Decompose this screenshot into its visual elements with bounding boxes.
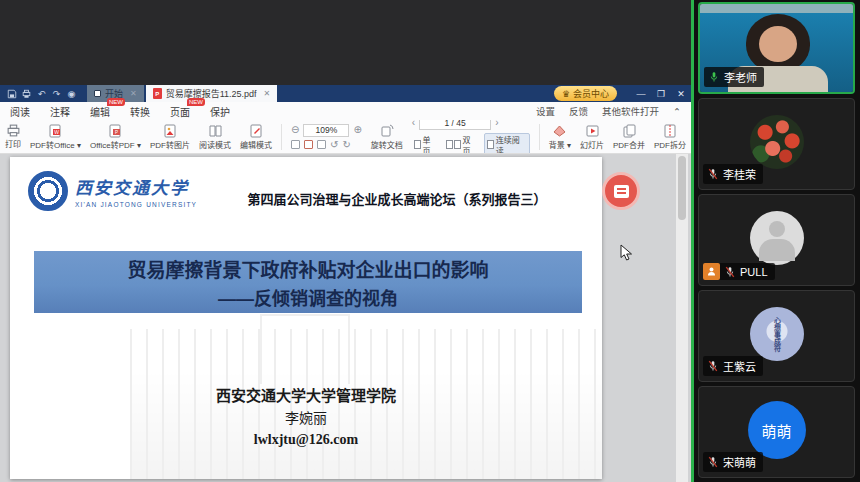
convert-float-button[interactable] (602, 172, 640, 210)
print-icon[interactable] (19, 86, 34, 101)
document-scrollbar[interactable] (676, 154, 688, 482)
participant-tile[interactable]: 萌萌 宋萌萌 (698, 386, 855, 478)
home-tab-icon (94, 90, 101, 97)
slideshow-button[interactable]: 幻灯片 (580, 124, 604, 150)
shared-screen: ↶ ↷ ◉ 开始 ✕ P 贸易摩擦报告11.25.pdf ✕ ♛ 会员中心 (0, 0, 694, 482)
edit-mode-button[interactable]: 编辑模式 (240, 124, 272, 150)
forum-title: 第四届公司治理与企业成长高端论坛（系列报告三） (200, 189, 594, 208)
tab-document[interactable]: P 贸易摩擦报告11.25.pdf ✕ (146, 85, 278, 102)
single-page-button[interactable]: 单页 (412, 134, 440, 155)
close-button[interactable]: ✕ (671, 89, 691, 99)
participant-label: 李桂荣 (703, 164, 763, 184)
mic-muted-icon (724, 266, 736, 278)
new-badge: NEW (187, 98, 205, 106)
pdf-to-office-button[interactable]: W PDF转Office ▾ (30, 124, 81, 150)
print-button[interactable]: 打印 (5, 124, 21, 149)
pdf-file-icon: P (153, 88, 162, 99)
slide-title-line1: 贸易摩擦背景下政府补贴对企业出口的影响 (127, 255, 488, 282)
svg-text:W: W (54, 129, 59, 135)
guest-person-icon (703, 263, 720, 280)
avatar-text: 心想事成符 (772, 317, 782, 352)
background-button[interactable]: 背景 ▾ (549, 124, 571, 150)
pdf-titlebar: ↶ ↷ ◉ 开始 ✕ P 贸易摩擦报告11.25.pdf ✕ ♛ 会员中心 (0, 85, 691, 102)
menu-read[interactable]: 阅读 (10, 104, 30, 119)
mouse-cursor (620, 244, 633, 261)
restore-button[interactable]: ❐ (651, 89, 671, 99)
participant-tile[interactable]: 李老师 (698, 2, 855, 94)
participant-name: 李老师 (724, 69, 757, 85)
menu-protect[interactable]: 保护 (210, 104, 230, 119)
menu-settings[interactable]: 设置 (536, 104, 555, 118)
university-name-cn: 西安交通大学 (75, 174, 197, 199)
author-email: lwlxjtu@126.com (10, 429, 602, 451)
menu-convert[interactable]: 转换 (130, 104, 150, 119)
redo-icon[interactable]: ↷ (49, 86, 64, 101)
undo-icon[interactable]: ↶ (34, 86, 49, 101)
svg-text:P: P (115, 130, 118, 135)
menu-feedback[interactable]: 反馈 (569, 104, 588, 118)
avatar (750, 211, 804, 265)
building-watermark (260, 314, 350, 384)
read-mode-button[interactable]: 阅读模式 (199, 124, 231, 150)
participant-tile[interactable]: 李桂荣 (698, 98, 855, 190)
rotate-left-icon[interactable]: ↺ (330, 140, 338, 150)
rotate-right-icon[interactable]: ↻ (342, 140, 350, 150)
pdf-merge-button[interactable]: PDF合并 (613, 124, 645, 150)
minimize-button[interactable]: — (631, 89, 651, 99)
participant-label: 李老师 (704, 67, 764, 87)
close-tab-icon[interactable]: ✕ (264, 89, 271, 98)
participants-sidebar[interactable]: 李老师 李桂荣 PULL (694, 0, 860, 482)
save-icon[interactable] (4, 86, 19, 101)
double-page-button[interactable]: 双页 (444, 134, 480, 155)
fit-page-icon[interactable] (291, 140, 300, 149)
scrollbar-thumb[interactable] (678, 156, 686, 220)
menu-page[interactable]: 页面NEW (170, 104, 190, 119)
close-tab-icon[interactable]: ✕ (130, 89, 137, 98)
fit-width-icon[interactable] (304, 140, 313, 149)
participant-name: 宋萌萌 (723, 454, 756, 470)
avatar (750, 115, 804, 169)
collapse-toolbar-icon[interactable]: ⌃ (673, 106, 681, 117)
zoom-in-icon[interactable]: ⊕ (353, 125, 361, 135)
participant-label: PULL (703, 263, 775, 280)
document-area[interactable]: 西安交通大学 XI'AN JIAOTONG UNIVERSITY 第四届公司治理… (0, 154, 691, 482)
participant-label: 王紫云 (703, 356, 763, 376)
doc-convert-icon (614, 185, 629, 198)
page-indicator[interactable]: 1 / 45 (419, 120, 491, 130)
author-block: 西安交通大学大学管理学院 李婉丽 lwlxjtu@126.com (10, 385, 602, 451)
slide-title-box: 贸易摩擦背景下政府补贴对企业出口的影响 ——反倾销调查的视角 (34, 251, 582, 313)
continuous-read-button[interactable]: 连续阅读 (484, 133, 530, 155)
university-logo: 西安交通大学 XI'AN JIAOTONG UNIVERSITY (28, 171, 197, 211)
avatar: 萌萌 (748, 401, 806, 459)
reader-mode-icon[interactable]: ◉ (64, 86, 79, 101)
participant-name: 王紫云 (723, 358, 756, 374)
participant-tile[interactable]: 心想事成符 王紫云 (698, 290, 855, 382)
zoom-out-icon[interactable]: ⊖ (291, 125, 299, 135)
rotate-document-button[interactable]: 旋转文档 (371, 124, 403, 150)
pdf-split-button[interactable]: PDF拆分 (654, 124, 686, 150)
actual-size-icon[interactable] (317, 140, 326, 149)
pdf-reader-window: ↶ ↷ ◉ 开始 ✕ P 贸易摩擦报告11.25.pdf ✕ ♛ 会员中心 (0, 85, 691, 482)
prev-page-icon[interactable]: ‹ (412, 120, 415, 128)
menu-annotate[interactable]: 注释 (50, 104, 70, 119)
pdf-to-image-button[interactable]: PDF转图片 (150, 124, 190, 150)
mic-active-icon (708, 71, 720, 83)
mic-muted-icon (707, 360, 719, 372)
member-center-button[interactable]: ♛ 会员中心 (554, 86, 617, 101)
menu-open-with[interactable]: 其他软件打开 (602, 104, 659, 118)
menu-edit[interactable]: 编辑NEW (90, 104, 110, 119)
affiliation: 西安交通大学大学管理学院 (10, 385, 602, 407)
author-name: 李婉丽 (10, 407, 602, 429)
zoom-level[interactable]: 109% (303, 124, 349, 137)
pdf-toolbar: 打印 W PDF转Office ▾ P Office转PDF ▾ PDF转图片 … (0, 120, 691, 154)
crown-icon: ♛ (562, 89, 570, 99)
zoom-controls: ⊖ 109% ⊕ ↺ ↻ (291, 124, 362, 150)
participant-tile[interactable]: PULL (698, 194, 855, 286)
xjtu-emblem-icon (28, 171, 68, 211)
participant-name: PULL (740, 266, 768, 278)
office-to-pdf-button[interactable]: P Office转PDF ▾ (90, 124, 141, 150)
next-page-icon[interactable]: › (495, 120, 498, 128)
person-silhouette-icon (769, 221, 785, 237)
avatar: 心想事成符 (750, 307, 804, 361)
document-tab-label: 贸易摩擦报告11.25.pdf (166, 87, 257, 100)
